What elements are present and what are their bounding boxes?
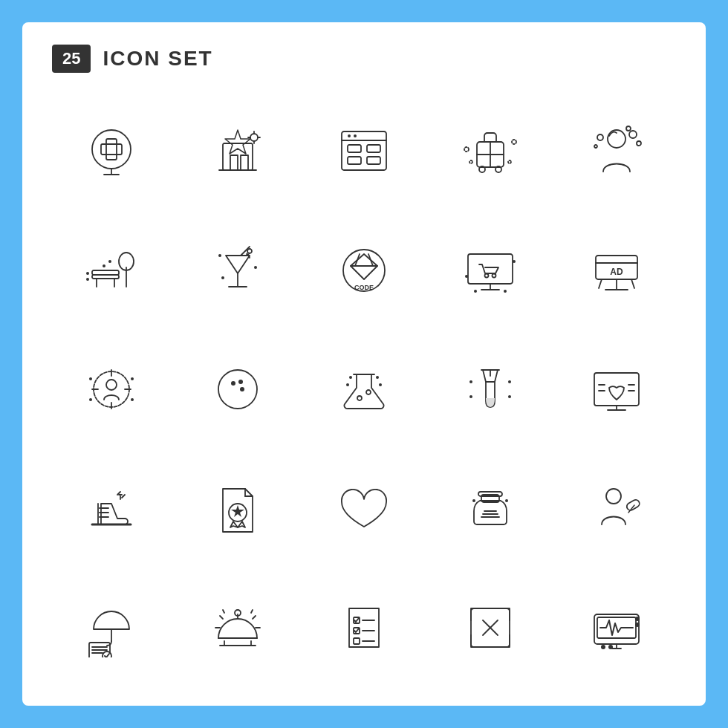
svg-line-58 <box>355 254 360 266</box>
icon-luggage[interactable] <box>431 95 550 207</box>
svg-point-84 <box>131 377 134 380</box>
svg-line-148 <box>223 610 224 613</box>
icon-chemistry-flask[interactable] <box>305 334 423 445</box>
svg-point-85 <box>89 398 92 401</box>
svg-point-17 <box>348 134 351 137</box>
svg-point-52 <box>218 254 221 257</box>
icon-cocktail[interactable] <box>178 214 297 325</box>
svg-line-76 <box>631 279 634 288</box>
svg-point-30 <box>508 160 511 163</box>
icon-person-bubbles[interactable] <box>557 95 676 207</box>
svg-point-93 <box>366 390 371 394</box>
icon-food-cloche[interactable] <box>178 572 297 683</box>
icon-heart-monitor[interactable] <box>557 334 676 445</box>
svg-point-53 <box>254 266 257 269</box>
svg-rect-2 <box>101 144 122 155</box>
svg-rect-22 <box>367 157 380 164</box>
svg-line-145 <box>253 616 256 619</box>
svg-point-95 <box>376 376 379 379</box>
svg-point-54 <box>221 276 224 279</box>
icon-target-person[interactable] <box>52 334 171 445</box>
svg-rect-41 <box>92 270 119 275</box>
svg-point-131 <box>505 499 508 502</box>
svg-point-97 <box>379 383 382 386</box>
svg-point-102 <box>469 380 472 383</box>
icon-certificate[interactable] <box>178 452 297 564</box>
svg-point-29 <box>512 140 516 144</box>
svg-point-86 <box>131 398 134 401</box>
icon-browser-grid[interactable] <box>305 95 423 207</box>
svg-marker-56 <box>351 254 377 279</box>
svg-rect-157 <box>354 638 360 644</box>
svg-line-75 <box>599 279 602 288</box>
svg-marker-124 <box>231 505 244 517</box>
svg-point-87 <box>218 370 257 409</box>
svg-point-167 <box>635 623 640 627</box>
icon-count: 25 <box>52 45 91 73</box>
svg-point-37 <box>594 145 597 148</box>
svg-point-66 <box>465 275 468 278</box>
svg-rect-7 <box>230 155 238 170</box>
svg-point-50 <box>247 249 252 253</box>
svg-point-88 <box>231 381 235 386</box>
icon-heartbeat[interactable] <box>305 452 423 564</box>
svg-rect-133 <box>625 498 641 512</box>
svg-point-166 <box>635 617 640 621</box>
svg-rect-19 <box>348 145 361 152</box>
svg-point-31 <box>469 160 472 163</box>
icon-shopping-monitor[interactable] <box>431 214 550 325</box>
svg-point-77 <box>94 371 129 407</box>
icon-star-building[interactable] <box>178 95 297 207</box>
icon-ad-billboard[interactable]: AD <box>557 214 676 325</box>
svg-point-46 <box>103 264 105 267</box>
svg-point-36 <box>597 134 603 140</box>
svg-point-90 <box>240 387 244 391</box>
svg-rect-1 <box>106 139 117 160</box>
svg-point-10 <box>250 134 258 141</box>
page-title: ICON SET <box>103 47 212 71</box>
svg-point-83 <box>89 377 92 380</box>
svg-point-44 <box>86 272 89 275</box>
icon-bowling-ball[interactable] <box>178 334 297 445</box>
svg-point-92 <box>357 396 362 400</box>
icon-ecg-monitor[interactable] <box>557 572 676 683</box>
svg-point-28 <box>464 147 469 152</box>
icon-medical-cross[interactable] <box>52 95 171 207</box>
svg-line-101 <box>495 370 498 382</box>
icon-test-tube-hang[interactable] <box>431 334 550 445</box>
icon-person-pill[interactable] <box>557 452 676 564</box>
svg-point-96 <box>346 383 349 386</box>
svg-point-64 <box>485 273 489 277</box>
icon-park-bench[interactable] <box>52 214 171 325</box>
svg-line-59 <box>368 254 373 266</box>
icons-grid: CODE <box>52 95 676 683</box>
svg-point-33 <box>629 131 637 138</box>
svg-point-68 <box>474 290 477 293</box>
icon-code-diamond[interactable]: CODE <box>305 214 423 325</box>
svg-point-132 <box>606 489 621 504</box>
svg-point-94 <box>349 376 352 379</box>
svg-point-47 <box>108 260 111 263</box>
svg-point-105 <box>508 395 511 398</box>
svg-point-65 <box>493 273 496 277</box>
svg-point-35 <box>626 126 631 131</box>
svg-point-104 <box>469 395 472 398</box>
svg-marker-6 <box>225 130 250 154</box>
svg-point-69 <box>504 290 507 293</box>
header: 25 ICON SET <box>52 45 676 73</box>
icon-boot[interactable] <box>52 452 171 564</box>
svg-point-103 <box>508 380 511 383</box>
svg-point-78 <box>106 380 117 390</box>
svg-text:AD: AD <box>610 267 623 277</box>
svg-point-34 <box>637 141 641 146</box>
svg-rect-8 <box>241 155 248 170</box>
svg-rect-106 <box>594 373 639 406</box>
icon-checklist[interactable] <box>305 572 423 683</box>
svg-text:CODE: CODE <box>354 284 374 291</box>
svg-point-67 <box>513 260 516 263</box>
icon-gdpr-umbrella[interactable] <box>52 572 171 683</box>
svg-line-144 <box>220 616 223 619</box>
icon-close-frame[interactable] <box>431 572 550 683</box>
icon-honey-jar[interactable] <box>431 452 550 564</box>
svg-rect-21 <box>348 157 361 164</box>
